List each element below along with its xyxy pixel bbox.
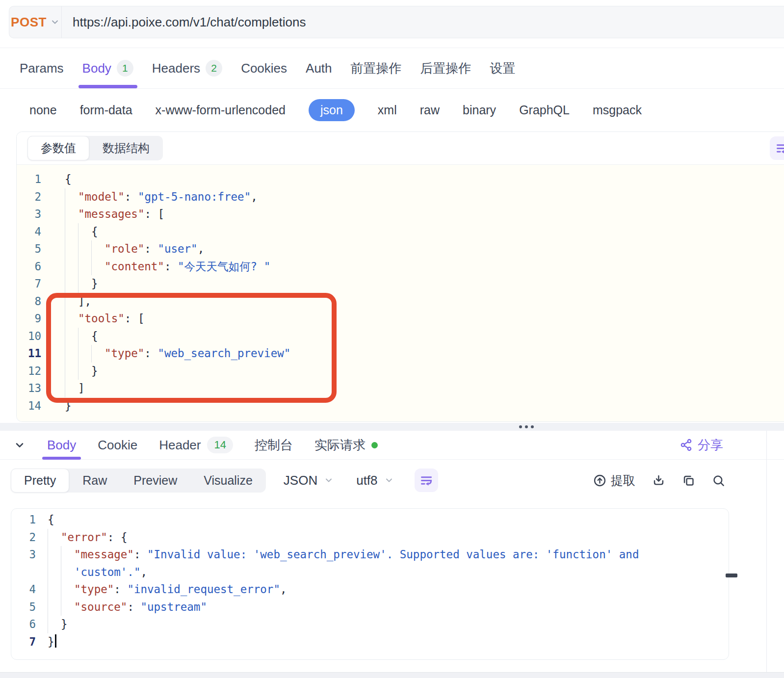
share-button[interactable]: 分享 [680,431,723,459]
collapse-chevron-icon[interactable] [14,439,26,451]
header-count-badge: 14 [207,437,233,453]
response-tab-header[interactable]: Header 14 [159,431,233,459]
response-type-select[interactable]: JSON [284,473,334,488]
line-number: 6 [11,616,36,633]
body-type-raw[interactable]: raw [420,103,440,117]
format-icon [419,474,433,487]
request-code-editor[interactable]: 1{2"model": "gpt-5-nano:free",3"messages… [17,165,784,421]
mode-raw[interactable]: Raw [69,469,120,493]
line-number: 3 [17,206,41,223]
line-number: 4 [11,581,36,599]
line-number: 9 [17,310,41,328]
chevron-down-icon [50,17,60,27]
search-button[interactable] [712,474,725,487]
code-line: 5"source": "upstream" [11,599,729,616]
extract-icon [593,474,606,487]
code-line: 7} [17,275,784,293]
tab-post-operations[interactable]: 后置操作 [420,48,471,88]
response-panel: Body Cookie Header 14 控制台 实际请求 分享 Pretty… [0,431,784,678]
code-line: 12} [17,363,784,380]
response-tab-actual-request[interactable]: 实际请求 [314,431,378,459]
line-number: 1 [11,511,36,529]
method-select[interactable]: POST [9,6,62,38]
line-number: 5 [11,599,36,616]
body-type-json[interactable]: json [309,99,355,121]
response-tab-cookie[interactable]: Cookie [98,431,137,459]
code-line: 3"message": "Invalid value: 'web_search_… [11,546,729,564]
body-type-urlencoded[interactable]: x-www-form-urlencoded [156,103,286,117]
chevron-down-icon [324,475,334,485]
download-icon [652,474,665,487]
share-icon [680,439,693,451]
headers-count-badge: 2 [206,60,222,77]
line-number: 2 [17,188,41,206]
mode-preview[interactable]: Preview [120,469,190,493]
copy-icon [682,474,695,487]
response-tab-console[interactable]: 控制台 [255,431,293,459]
format-response-button[interactable] [415,469,438,492]
code-line: 2"error": { [11,529,729,547]
code-line: 6} [11,616,729,633]
body-type-binary[interactable]: binary [463,103,496,117]
line-number: 4 [17,223,41,241]
body-count-badge: 1 [117,60,133,77]
body-type-bar: none form-data x-www-form-urlencoded jso… [29,89,784,131]
code-line: 8], [17,293,784,311]
line-number: 1 [17,171,41,188]
code-line: 6"content": "今天天气如何? " [17,258,784,276]
line-number: 5 [17,240,41,258]
code-line: 3"messages": [ [17,206,784,223]
request-url-bar: POST https://api.poixe.com/v1/chat/compl… [9,6,784,38]
response-action-icons: 提取 [593,472,725,489]
url-input[interactable]: https://api.poixe.com/v1/chat/completion… [62,15,784,30]
mode-visualize[interactable]: Visualize [190,469,266,493]
body-type-none[interactable]: none [29,103,57,117]
code-line: 1{ [17,171,784,188]
view-tab-param-values[interactable]: 参数值 [27,136,89,160]
right-rail-divider [766,431,767,678]
tab-pre-operations[interactable]: 前置操作 [351,48,402,88]
code-line: 4{ [17,223,784,241]
code-line: 13] [17,380,784,397]
code-line: 1{ [11,511,729,529]
chevron-down-icon [384,475,394,485]
code-line: 14} [17,397,784,415]
extract-button[interactable]: 提取 [593,472,635,489]
request-tab-bar: Params Body 1 Headers 2 Cookies Auth 前置操… [20,48,784,88]
format-request-button[interactable] [770,136,784,160]
code-line: 10{ [17,328,784,345]
response-tab-body[interactable]: Body [47,431,76,459]
body-type-form-data[interactable]: form-data [80,103,132,117]
line-number: 7 [17,275,41,293]
encoding-select[interactable]: utf8 [356,473,393,488]
tab-params[interactable]: Params [20,48,64,88]
tab-settings[interactable]: 设置 [490,48,516,88]
response-tab-bar: Body Cookie Header 14 控制台 实际请求 分享 [0,431,784,460]
request-editor-card: 参数值 数据结构 1{2"model": "gpt-5-nano:free",3… [16,131,784,422]
mode-pretty[interactable]: Pretty [11,469,69,493]
body-type-msgpack[interactable]: msgpack [593,103,642,117]
body-type-graphql[interactable]: GraphQL [519,103,570,117]
tab-cookies[interactable]: Cookies [241,48,287,88]
line-number: 7 [11,633,36,651]
view-tab-data-structure[interactable]: 数据结构 [89,136,163,160]
line-number: 14 [17,397,41,415]
search-icon [712,474,725,487]
format-icon [775,142,784,155]
body-type-xml[interactable]: xml [378,103,397,117]
code-line: 4"type": "invalid_request_error", [11,581,729,599]
line-number: 3 [11,546,36,564]
response-editor-card: 1{2"error": {3"message": "Invalid value:… [11,508,729,660]
copy-button[interactable] [682,474,695,487]
line-number: 10 [17,328,41,345]
request-editor-toolbar: 参数值 数据结构 [17,132,784,165]
line-number: 11 [17,345,41,363]
panel-resize-handle[interactable] [0,423,784,431]
response-code-editor[interactable]: 1{2"error": {3"message": "Invalid value:… [11,511,729,651]
tab-body[interactable]: Body 1 [82,48,133,88]
download-button[interactable] [652,474,665,487]
scrollbar-thumb[interactable] [726,574,737,577]
tab-auth[interactable]: Auth [306,48,332,88]
code-line: 'custom'.", [11,564,729,581]
tab-headers[interactable]: Headers 2 [152,48,222,88]
